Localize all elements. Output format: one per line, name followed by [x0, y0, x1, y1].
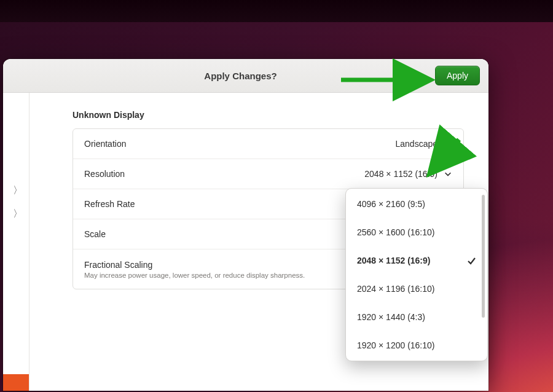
orientation-label: Orientation: [84, 139, 126, 149]
header-bar: Apply Changes? Apply: [3, 59, 488, 93]
resolution-option[interactable]: 1920 × 1440 (4:3): [346, 303, 487, 331]
resolution-option[interactable]: 2048 × 1152 (16:9): [346, 246, 487, 275]
resolution-option-label: 1920 × 1200 (16:10): [357, 340, 435, 350]
check-icon: [466, 256, 476, 265]
resolution-option-label: 2048 × 1152 (16:9): [357, 256, 430, 265]
resolution-label: Resolution: [84, 169, 125, 179]
apply-button[interactable]: Apply: [435, 66, 480, 85]
resolution-option-label: 2024 × 1196 (16:10): [357, 284, 435, 294]
sidebar-chevron-icon[interactable]: 〉: [3, 179, 29, 202]
resolution-option[interactable]: 2024 × 1196 (16:10): [346, 275, 487, 303]
fractional-scaling-label: Fractional Scaling: [84, 260, 152, 270]
resolution-option-label: 2560 × 1600 (16:10): [357, 227, 435, 237]
resolution-value: 2048 × 1152 (16:9): [364, 169, 437, 179]
gnome-top-bar: [0, 0, 553, 22]
refresh-rate-label: Refresh Rate: [84, 199, 135, 209]
resolution-option[interactable]: 4096 × 2160 (9:5): [346, 190, 487, 218]
chevron-down-icon: [444, 139, 452, 148]
resolution-option[interactable]: 2560 × 1600 (16:10): [346, 218, 487, 246]
resolution-option-label: 1920 × 1440 (4:3): [357, 312, 425, 322]
resolution-option[interactable]: 1920 × 1200 (16:10): [346, 331, 487, 359]
section-title: Unknown Display: [73, 110, 464, 120]
resolution-row[interactable]: Resolution 2048 × 1152 (16:9): [73, 159, 463, 189]
resolution-option-label: 4096 × 2160 (9:5): [357, 199, 425, 209]
header-title: Apply Changes?: [46, 71, 435, 81]
scale-label: Scale: [84, 229, 106, 239]
chevron-down-icon: [444, 170, 452, 178]
orientation-value: Landscape: [395, 139, 437, 149]
orientation-row[interactable]: Orientation Landscape: [73, 129, 463, 159]
settings-sidebar-sliver: 〉 〉: [3, 93, 29, 391]
resolution-menu[interactable]: 4096 × 2160 (9:5)2560 × 1600 (16:10)2048…: [345, 188, 488, 361]
popover-scrollbar[interactable]: [482, 195, 485, 318]
fractional-scaling-sub: May increase power usage, lower speed, o…: [84, 272, 305, 279]
sidebar-chevron-icon[interactable]: 〉: [3, 202, 29, 225]
sidebar-accent-stripe: [3, 374, 29, 391]
